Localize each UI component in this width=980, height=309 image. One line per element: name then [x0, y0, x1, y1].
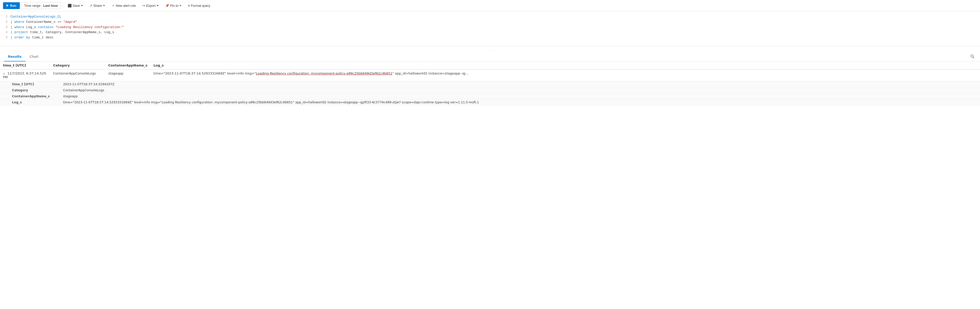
toolbar: Run Time range : Last hour ⬛ Save ↗ Shar… [0, 0, 980, 11]
export-label: Export [146, 4, 156, 8]
column-header-log: Log_s [151, 61, 980, 69]
pin-icon: 📌 [165, 4, 169, 8]
tab-results[interactable]: Results [4, 52, 25, 61]
export-button[interactable]: ↪ Export [140, 3, 161, 9]
column-header-app-name: ContainerAppName_s [105, 61, 151, 69]
code-line-3: 3 | where Log_s contains "Loading Resili… [4, 25, 976, 30]
code-editor[interactable]: 1 ContainerAppConsoleLogs_CL 2 | where C… [0, 11, 980, 46]
results-table: time_t [UTC] Category ContainerAppName_s… [0, 61, 980, 105]
share-label: Share [93, 4, 102, 8]
code-line-1: 1 ContainerAppConsoleLogs_CL [4, 14, 976, 19]
table-header-row: time_t [UTC] Category ContainerAppName_s… [0, 61, 980, 69]
pin-to-button[interactable]: 📌 Pin to [162, 3, 184, 9]
table-row: ∨ 11/7/2023, 6:37:14.529 PM ContainerApp… [0, 69, 980, 81]
results-area: time_t [UTC] Category ContainerAppName_s… [0, 61, 980, 105]
time-range-label: Time range : Last hour [24, 4, 58, 8]
search-icon[interactable] [969, 53, 976, 61]
pin-to-label: Pin to [170, 4, 178, 8]
format-query-label: Format query [191, 4, 210, 8]
run-button[interactable]: Run [3, 2, 20, 9]
column-header-time: time_t [UTC] [0, 61, 50, 69]
save-icon: ⬛ [68, 4, 72, 8]
code-line-4: 4 | project time_t, Category, ContainerA… [4, 30, 976, 35]
code-line-2: 2 | where ContainerName_s == "daprd" [4, 19, 976, 25]
save-chevron-icon [81, 5, 83, 6]
result-app-name-cell: stageapp [105, 69, 151, 81]
tab-chart[interactable]: Chart [25, 52, 43, 61]
result-category-cell: ContainerAppConsoleLogs [50, 69, 105, 81]
new-alert-plus-icon: ＋ [111, 3, 115, 8]
result-time-cell: ∨ 11/7/2023, 6:37:14.529 PM [0, 69, 50, 81]
save-label: Save [73, 4, 80, 8]
expanded-row-category: Category ContainerAppConsoleLogs [0, 87, 980, 93]
share-icon: ↗ [89, 4, 92, 8]
result-log-cell: time="2023-11-07T18:37:14.5293331669Z" l… [151, 69, 980, 81]
expand-row-icon[interactable]: ∨ [3, 72, 5, 75]
highlight-log-text: Loading Resiliency configuration: mycomp… [256, 72, 392, 75]
expanded-row-time: time_t [UTC] 2023-11-07T18:37:14.5294207… [0, 81, 980, 87]
format-icon: ≡ [188, 4, 190, 8]
expanded-row-log: Log_s time="2023-11-07T18:37:14.52933316… [0, 99, 980, 105]
toolbar-divider-1 [63, 3, 63, 8]
code-line-5: 5 | order by time_t desc [4, 35, 976, 40]
pin-chevron-icon [180, 5, 181, 6]
expanded-row-app-name: ContainerAppName_s stageapp [0, 93, 980, 99]
svg-line-1 [973, 57, 974, 58]
new-alert-button[interactable]: ＋ New alert rule [109, 2, 138, 9]
share-chevron-icon [103, 5, 105, 6]
editor-ellipsis: . . . [0, 46, 980, 52]
tabs-bar: Results Chart [0, 52, 980, 61]
share-button[interactable]: ↗ Share [87, 3, 108, 9]
run-play-icon [6, 4, 8, 7]
column-header-category: Category [50, 61, 105, 69]
format-query-button[interactable]: ≡ Format query [185, 3, 213, 9]
run-label: Run [10, 4, 16, 8]
new-alert-label: New alert rule [116, 4, 136, 8]
time-range-button[interactable]: Time range : Last hour [21, 2, 60, 9]
export-icon: ↪ [142, 4, 145, 8]
export-chevron-icon [157, 5, 159, 6]
save-button[interactable]: ⬛ Save [65, 3, 86, 9]
